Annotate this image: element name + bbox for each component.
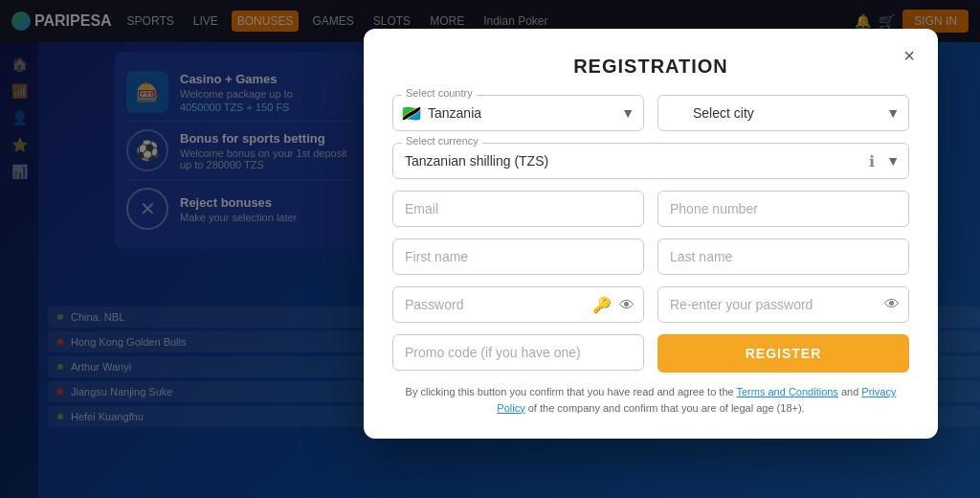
repassword-eye-icon[interactable]: 👁 (884, 296, 900, 313)
close-button[interactable]: × (896, 42, 923, 69)
password-row: 🔑 👁 👁 (392, 286, 909, 323)
country-select-wrapper: 🇹🇿 Tanzania ▼ (392, 95, 644, 131)
country-city-row: Select country 🇹🇿 Tanzania ▼ Select city… (392, 95, 909, 131)
promo-group (392, 334, 644, 373)
currency-select[interactable]: Tanzanian shilling (TZS) (392, 143, 909, 179)
city-select[interactable]: Select city (657, 95, 909, 131)
terms-link[interactable]: Terms and Conditions (736, 386, 837, 397)
password-icons: 🔑 👁 (592, 296, 635, 314)
repassword-group: 👁 (657, 286, 909, 323)
promo-register-row: REGISTER (392, 334, 909, 373)
eye-icon[interactable]: 👁 (619, 296, 635, 313)
currency-select-wrapper: Tanzanian shilling (TZS) ℹ ▼ (392, 143, 909, 179)
email-group (392, 191, 644, 227)
register-button[interactable]: REGISTER (657, 334, 909, 373)
name-row (392, 238, 909, 275)
phone-input[interactable] (657, 191, 909, 227)
lastname-input[interactable] (657, 238, 909, 275)
lastname-group (657, 238, 909, 275)
promo-input[interactable] (392, 334, 644, 371)
modal-title: REGISTRATION (392, 56, 909, 78)
city-select-wrapper: Select city ▼ (657, 95, 909, 131)
repassword-input[interactable] (657, 286, 909, 323)
password-group: 🔑 👁 (392, 286, 644, 323)
city-group: Select city ▼ (657, 95, 909, 131)
email-input[interactable] (392, 191, 644, 227)
firstname-group (392, 238, 644, 275)
key-icon[interactable]: 🔑 (592, 296, 612, 314)
currency-group: Select currency Tanzanian shilling (TZS)… (392, 143, 909, 179)
firstname-input[interactable] (392, 238, 644, 275)
repassword-icons: 👁 (884, 296, 900, 313)
currency-label: Select currency (402, 135, 482, 147)
country-group: Select country 🇹🇿 Tanzania ▼ (392, 95, 644, 131)
country-select[interactable]: Tanzania (392, 95, 644, 131)
terms-text: By clicking this button you confirm that… (392, 384, 909, 416)
email-phone-row (392, 191, 909, 227)
currency-row: Select currency Tanzanian shilling (TZS)… (392, 143, 909, 179)
registration-modal: × REGISTRATION Select country 🇹🇿 Tanzani… (364, 29, 938, 439)
currency-info-icon[interactable]: ℹ (869, 152, 875, 170)
country-label: Select country (402, 87, 477, 99)
register-group: REGISTER (657, 334, 909, 373)
phone-group (657, 191, 909, 227)
